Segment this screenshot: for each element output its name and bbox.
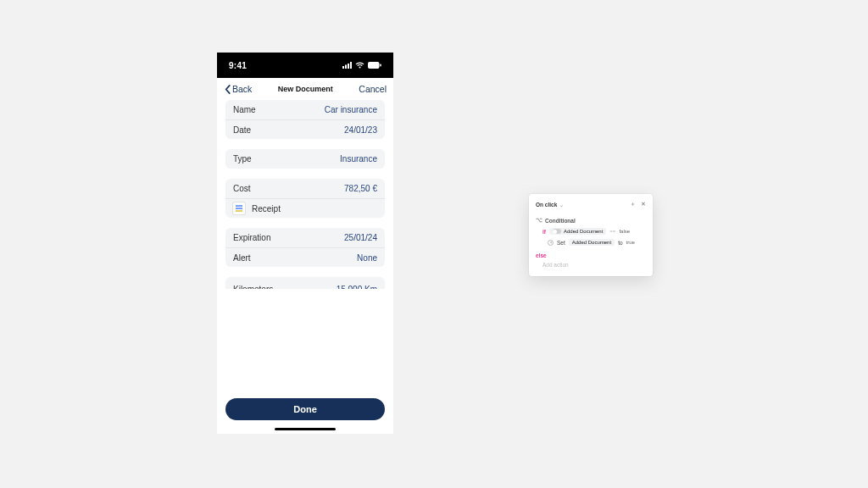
row-type[interactable]: Type Insurance (225, 149, 385, 169)
add-icon[interactable]: ＋ (630, 201, 636, 208)
expiration-label: Expiration (233, 233, 270, 242)
conditional-label: Conditional (545, 218, 576, 224)
svg-rect-4 (368, 62, 380, 69)
set-variable-icon: ✦ (548, 240, 554, 246)
group-expiration: Expiration 25/01/24 Alert None (225, 228, 385, 267)
kilometers-label: Kilometers (233, 285, 273, 289)
svg-rect-3 (350, 62, 352, 69)
group-basic: Name Car insurance Date 24/01/23 (225, 100, 385, 139)
page-title: New Document (278, 85, 333, 93)
cost-value: 782,50 € (344, 184, 377, 193)
receipt-label: Receipt (252, 204, 281, 214)
panel-trigger[interactable]: On click ⌄ (536, 202, 564, 208)
alert-label: Alert (233, 253, 251, 263)
variable-name: Added Document (564, 229, 603, 234)
group-kilometers: Kilometers 15.000 Km (225, 277, 385, 289)
toggle-icon (553, 229, 561, 234)
receipt-thumbnail-icon (233, 202, 245, 214)
group-type: Type Insurance (225, 149, 385, 169)
cost-label: Cost (233, 184, 251, 193)
nav-bar: Back New Document Cancel (217, 78, 393, 100)
row-date[interactable]: Date 24/01/23 (225, 119, 385, 139)
chevron-down-icon: ⌄ (559, 202, 564, 208)
svg-rect-1 (345, 65, 347, 69)
add-action-button[interactable]: Add action (536, 260, 646, 268)
row-name[interactable]: Name Car insurance (225, 100, 385, 119)
row-kilometers[interactable]: Kilometers 15.000 Km (225, 277, 385, 289)
form: Name Car insurance Date 24/01/23 Type In… (217, 100, 393, 434)
variable-chip[interactable]: Added Document (549, 228, 606, 235)
home-indicator (275, 428, 336, 430)
conditional-block[interactable]: ⌥ Conditional (536, 214, 646, 225)
close-icon[interactable]: ✕ (641, 201, 646, 208)
done-button[interactable]: Done (225, 398, 385, 420)
modal-sheet: Back New Document Cancel Name Car insura… (217, 78, 393, 434)
to-value[interactable]: true (626, 240, 635, 245)
cancel-button[interactable]: Cancel (359, 84, 387, 94)
set-action[interactable]: ✦ Set Added Document to true (536, 237, 646, 249)
row-receipt[interactable]: Receipt (225, 198, 385, 218)
row-expiration[interactable]: Expiration 25/01/24 (225, 228, 385, 247)
back-label: Back (232, 84, 252, 94)
set-word: Set (557, 240, 565, 246)
status-time: 9:41 (229, 61, 247, 70)
panel-header: On click ⌄ ＋ ✕ (536, 201, 646, 214)
rhs-value[interactable]: false (619, 229, 630, 234)
branch-icon: ⌥ (536, 217, 542, 224)
operator[interactable]: == (609, 229, 615, 234)
keyword-if: if (542, 229, 546, 235)
expiration-value: 25/01/24 (344, 233, 377, 242)
keyword-else[interactable]: else (536, 249, 646, 260)
phone-mock: 9:41 Back New Document Cancel Name Car i… (217, 53, 393, 434)
svg-rect-0 (342, 66, 344, 69)
name-label: Name (233, 105, 256, 114)
status-icons (342, 62, 381, 69)
type-value: Insurance (340, 154, 377, 164)
chevron-left-icon (224, 85, 231, 94)
kilometers-value: 15.000 Km (337, 285, 377, 289)
cellular-icon (342, 62, 352, 69)
to-word: to (618, 240, 622, 246)
row-alert[interactable]: Alert None (225, 247, 385, 267)
group-cost: Cost 782,50 € Receipt (225, 179, 385, 218)
date-value: 24/01/23 (344, 125, 377, 135)
wifi-icon (355, 62, 364, 69)
name-value: Car insurance (325, 105, 377, 114)
panel-trigger-label: On click (536, 202, 557, 208)
if-condition[interactable]: if Added Document == false (536, 225, 646, 237)
svg-rect-2 (348, 64, 349, 69)
alert-value: None (357, 253, 377, 263)
type-label: Type (233, 154, 252, 164)
status-bar: 9:41 (217, 53, 393, 78)
date-label: Date (233, 125, 251, 135)
battery-icon (368, 62, 381, 69)
back-button[interactable]: Back (224, 84, 252, 94)
set-variable-chip[interactable]: Added Document (569, 239, 615, 246)
done-wrap: Done (225, 398, 385, 420)
svg-rect-5 (380, 64, 381, 67)
row-cost[interactable]: Cost 782,50 € (225, 179, 385, 198)
interactions-panel: On click ⌄ ＋ ✕ ⌥ Conditional if Added Do… (529, 194, 653, 276)
